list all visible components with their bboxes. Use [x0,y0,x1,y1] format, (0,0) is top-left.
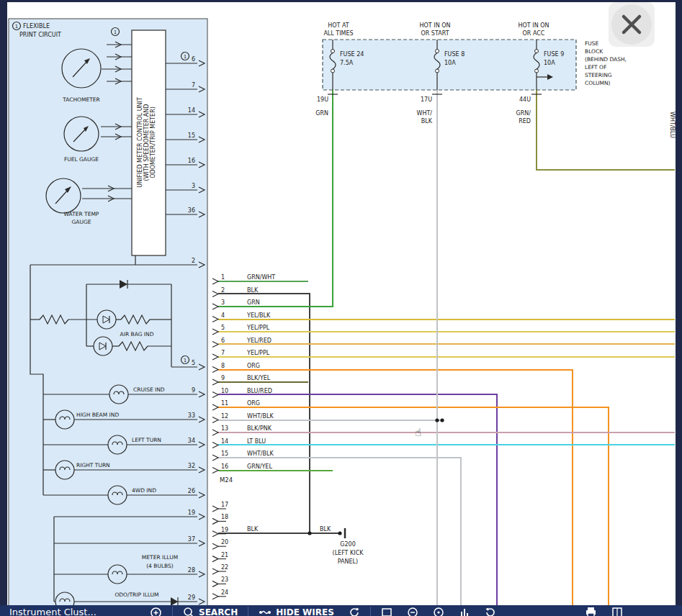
right-turn-label: RIGHT TURN [76,462,110,468]
diagram-title: Instrument Clust... [0,607,143,616]
rotate-icon [485,607,496,616]
panel-title-line1: FLEXIBLE [23,23,50,30]
rotate-button[interactable] [477,607,503,616]
levels-button[interactable] [452,607,477,616]
m24-pin-number: 19 [221,527,228,533]
zoom-out-icon [407,607,418,616]
ground-id: G200 [340,541,355,548]
panel-pin-number: 26 [188,488,195,494]
panel-pin-number: 9 [192,387,195,394]
panel-pin-number: 32 [188,463,195,469]
close-icon [609,2,655,47]
connector-chevron [212,367,218,373]
m24-pin-wire-label: GRN/YEL [247,463,272,470]
m24-label: M24 [220,476,233,484]
hot-label: HOT AT [328,22,349,29]
toolbar-divider [370,607,371,616]
m24-pin-number: 2 [221,287,225,294]
m24-pin-wire-label: YEL/RED [246,338,272,344]
connector-chevron [212,291,218,297]
zoom-button[interactable] [143,607,169,616]
meter-illum-label1: METER ILLUM [142,554,178,561]
misc-labels: M24 BLK BLK G200 (LEFT KICK PANEL) WHT/B… [220,112,676,565]
m24-pin-number: 3 [221,299,225,306]
wire-color-label: GRN [315,110,328,117]
panel-pin-number: 29 [188,594,195,601]
search-button[interactable]: SEARCH [176,607,245,616]
panel-pin-number: 6 [192,56,195,63]
unit-label-line2: (WITH SPEEDOMETER AND [143,104,150,181]
fuse-note-line: LEFT OF [585,64,606,71]
panel-pin-number: 19 [188,509,195,516]
fuse-terminal [535,69,539,73]
m24-pin-number: 4 [221,312,225,319]
water-gauge-label1: WATER TEMP [64,211,99,217]
fuse-note-line: FUSE [585,40,599,47]
fuse-name: FUSE 8 [444,51,465,58]
chart-icon [459,607,470,616]
connector-chevron [212,518,218,524]
junction-dot [435,418,439,422]
connector-chevron [212,468,218,474]
m24-pin-number: 14 [221,438,228,445]
cruise-label: CRUISE IND [133,386,165,393]
footnote-4: 1 [184,358,187,363]
m24-pin-number: 8 [221,363,225,369]
fit-view-button[interactable] [374,607,400,616]
ground-location: PANEL) [338,558,358,565]
m24-pin-wire-label: WHT/BLK [247,450,274,457]
panel-pin-number: 2 [192,258,195,264]
m24-pin-number: 20 [221,539,228,545]
close-button[interactable] [609,2,655,47]
right-scroll-strip[interactable] [676,0,682,616]
zoom-icon [150,607,162,616]
center-target-button[interactable] [426,607,452,616]
panel-pin-number: 33 [188,412,195,419]
fuse-terminal [331,69,335,73]
wire-feed-19u-grn [218,90,333,307]
refresh-icon [349,607,360,616]
wire-color-label: WHT/ [416,110,432,117]
odo-trip-label: ODO/TRIP ILLUM [115,592,158,598]
hot-label: HOT IN ON [519,22,549,29]
m24-pin-number: 16 [221,463,228,470]
cursor-pointer: ☝ [415,426,421,439]
wire-feed-44u-grn-red [537,90,675,170]
junction-dot [440,418,444,422]
m24-pin-wire-label: YEL/PPL [246,350,270,356]
unit-label-line3: ODOMETER/TRIP METER) [150,107,156,178]
fuse-name: FUSE 9 [544,51,564,58]
m24-pin-number: 12 [221,413,228,420]
fuse-name: FUSE 24 [340,51,364,58]
junction-dot [338,531,341,535]
zoom-out-button[interactable] [400,607,426,616]
search-label: SEARCH [199,607,238,616]
connector-chevron [212,317,218,322]
bottom-toolbar: Instrument Clust... SEARCH HIDE WIRES [0,605,682,616]
m24-pin-wire-label: BLU/RED [247,388,272,394]
top-border [0,0,682,2]
hot-label: HOT IN ON [420,22,451,29]
m24-pin-wire-label: LT BLU [247,438,266,445]
fuse-terminal [436,50,439,53]
footnote-1: 1 [15,24,18,30]
water-gauge-label2: GAUGE [72,219,91,225]
wire-color-label: BLK [421,118,433,124]
m24-pin-wire-label: GRN [247,299,260,306]
panel-pin-number: 28 [188,567,195,574]
junction-dot [308,531,311,535]
meter-illum-label2: (4 BULBS) [146,563,174,569]
manual-button[interactable] [604,607,630,616]
high-beam-label: HIGH BEAM IND [76,412,119,418]
m24-pin-number: 13 [221,425,228,432]
refresh-button[interactable] [341,607,367,616]
m24-pin-wire-label: BLK/PNK [247,425,272,432]
fuse-note-line: COLUMN) [585,80,611,86]
wiring-diagram-svg: 1 FLEXIBLE PRINT CIRCUIT UNIFIED METER C… [0,0,682,616]
hot-label: OR ACC [523,30,545,37]
frame-icon [381,607,392,616]
print-button[interactable] [578,607,604,616]
m24-pin-wire-label: BLK/YEL [247,375,271,381]
hide-wires-button[interactable]: HIDE WIRES [251,607,341,616]
hot-label: OR START [421,30,449,37]
